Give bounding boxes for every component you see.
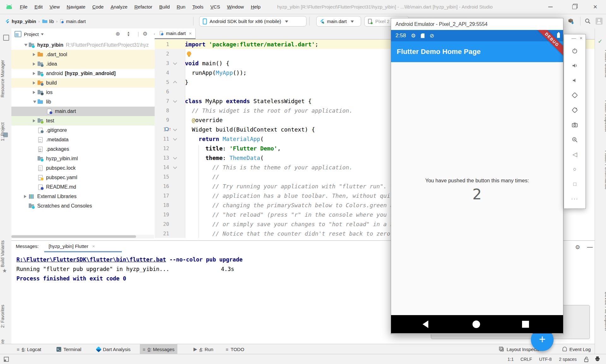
more-icon[interactable]: ··· (564, 191, 585, 206)
toolwindow-button-dart-analysis[interactable]: Dart Analysis (94, 344, 134, 354)
tree-row-pubspec-yaml[interactable]: pubspec.yaml (11, 173, 155, 182)
search-icon[interactable] (584, 17, 591, 25)
overview-icon[interactable]: □ (564, 177, 585, 191)
tree-row--idea[interactable]: .idea (11, 59, 155, 69)
nav-overview-button[interactable] (522, 321, 529, 328)
breadcrumb-item-main.dart[interactable]: main.dart (60, 19, 86, 24)
toolwindow-button-terminal[interactable]: >_Terminal (54, 344, 84, 354)
tree-row-android[interactable]: android[hyzp_yibin_android] (11, 69, 155, 78)
breadcrumb-item-hyzp_yibin[interactable]: hyzp_yibin (5, 19, 36, 24)
messages-tab-flutter[interactable]: [hyzp_yibin] Flutter × (49, 244, 95, 249)
menu-window[interactable]: Window (223, 0, 247, 14)
tool-stripes-toggle-icon[interactable] (4, 357, 9, 362)
close-icon[interactable]: × (189, 31, 192, 36)
expand-arrow[interactable] (32, 62, 37, 66)
tree-row-main-dart[interactable]: main.dart (11, 107, 155, 116)
tree-row-scratches-and-consoles[interactable]: Scratches and Consoles (11, 201, 155, 211)
expand-arrow[interactable] (23, 195, 28, 198)
stripe-item-build-variants[interactable]: Build Variants (0, 240, 11, 267)
tree-row-test[interactable]: test (11, 116, 155, 126)
gear-icon[interactable]: ⚙ (143, 31, 147, 37)
profile-avatar-icon[interactable] (595, 17, 603, 25)
menu-analyze[interactable]: Analyze (107, 0, 131, 14)
horizontal-scrollbar[interactable] (11, 235, 154, 238)
run-config-selector[interactable]: main.dart (316, 16, 361, 26)
rotate-right-icon[interactable] (564, 103, 585, 117)
collapse-arrow[interactable] (32, 99, 37, 105)
tree-row-external-libraries[interactable]: External Libraries (11, 192, 155, 201)
locate-file-icon[interactable]: ⊕ (116, 31, 120, 37)
menu-vcs[interactable]: VCS (207, 0, 223, 14)
nav-home-button[interactable] (472, 320, 480, 328)
expand-arrow[interactable] (32, 91, 37, 94)
zoom-icon[interactable] (564, 132, 585, 147)
window-maximize-button[interactable] (567, 0, 581, 14)
status-crlf[interactable]: CRLF (520, 354, 532, 364)
sdk-manager-icon[interactable] (567, 17, 574, 25)
tree-row-ios[interactable]: ios (11, 88, 155, 97)
tree-row--dart_tool[interactable]: .dart_tool (11, 50, 155, 59)
panel-close-icon[interactable]: × (580, 36, 582, 41)
expand-arrow[interactable] (32, 72, 37, 75)
menu-code[interactable]: Code (89, 0, 107, 14)
stripe-item-flutter-performance[interactable]: Flutter Performance (595, 150, 606, 190)
window-close-button[interactable]: × (588, 0, 602, 14)
tree-row--metadata[interactable]: .metadata (11, 135, 155, 144)
rotate-left-icon[interactable] (564, 88, 585, 103)
fold-open-icon[interactable] (173, 156, 177, 160)
nav-back-button[interactable] (423, 320, 428, 328)
intention-bulb-icon[interactable] (187, 51, 191, 56)
collapse-all-icon[interactable]: ▲▼ (127, 31, 130, 37)
menu-navigate[interactable]: Navigate (63, 0, 89, 14)
hide-panel-icon[interactable]: — (587, 244, 593, 250)
tree-row--packages[interactable]: .packages (11, 144, 155, 154)
breadcrumb-item-lib[interactable]: lib (42, 19, 54, 24)
fold-close-icon[interactable] (173, 81, 177, 85)
stripe-item-flutter-outline[interactable]: Flutter Outline (595, 50, 606, 78)
fold-open-icon[interactable] (173, 137, 177, 141)
console-link[interactable]: R:\Flutter\FlutterSDK\flutter\bin\flutte… (16, 256, 166, 263)
screenshot-icon[interactable] (564, 117, 585, 132)
toolwindow-button-event-log[interactable]: Event Log (559, 344, 594, 354)
collapse-arrow[interactable] (23, 43, 28, 48)
window-minimize-button[interactable] (544, 0, 557, 14)
stripe-item-resource-manager[interactable]: Resource Manager (0, 60, 11, 97)
menu-refactor[interactable]: Refactor (131, 0, 156, 14)
menu-build[interactable]: Build (156, 0, 173, 14)
stripe-item-2-favorites[interactable]: 2: Favorites (0, 305, 11, 328)
fold-open-icon[interactable] (173, 165, 177, 169)
expand-arrow[interactable] (32, 119, 37, 122)
volume-up-icon[interactable] (564, 58, 585, 73)
menu-run[interactable]: Run (173, 0, 189, 14)
editor-tab-main-dart[interactable]: main.dart × (155, 28, 196, 39)
lock-open-icon[interactable] (584, 356, 589, 362)
stripe-item-device-file-explorer[interactable]: Device File Explorer (595, 292, 606, 331)
emulator-title-bar[interactable]: Android Emulator - Pixel_2_API_29:5554 (391, 18, 563, 30)
status-2-spaces[interactable]: 2 spaces (559, 354, 577, 364)
status-1-1[interactable]: 1:1 (508, 354, 514, 364)
toolwindow-button--logcat[interactable]: ≡6: Logcat (14, 344, 44, 354)
menu-help[interactable]: Help (247, 0, 264, 14)
expand-arrow[interactable] (32, 81, 37, 85)
menu-file[interactable]: File (16, 0, 31, 14)
device-selector[interactable]: Android SDK built for x86 (mobile) (199, 16, 306, 26)
notification-icon[interactable] (595, 356, 600, 362)
tree-row-pubspec-lock[interactable]: pubspec.lock (11, 163, 155, 173)
toolwindow-button--messages[interactable]: ≡0: Messages (140, 344, 177, 354)
menu-view[interactable]: View (46, 0, 63, 14)
tree-row-hyzp_yibin[interactable]: hyzp_yibin R:\FlutterProject\FlutterProj… (11, 40, 155, 50)
expand-arrow[interactable] (32, 53, 37, 56)
stripe-item-1-project[interactable]: 1: Project (0, 122, 11, 141)
panel-minimize-icon[interactable]: — (572, 36, 576, 41)
home-icon[interactable]: ○ (564, 162, 585, 177)
tree-row-readme-md[interactable]: README.md (11, 182, 155, 192)
override-marker-icon[interactable]: ↑ (165, 126, 171, 132)
tree-row-lib[interactable]: lib (11, 97, 155, 107)
fold-open-icon[interactable] (173, 99, 177, 103)
stripe-item-flutter-inspector[interactable]: Flutter Inspector (595, 100, 606, 132)
menu-tools[interactable]: Tools (189, 0, 207, 14)
power-icon[interactable] (564, 43, 585, 58)
toolwindow-button-todo[interactable]: ≡TODO (223, 344, 247, 354)
tree-row--gitignore[interactable]: .gitignore (11, 126, 155, 135)
toolwindow-button--run[interactable]: ▶4: Run (191, 344, 216, 354)
